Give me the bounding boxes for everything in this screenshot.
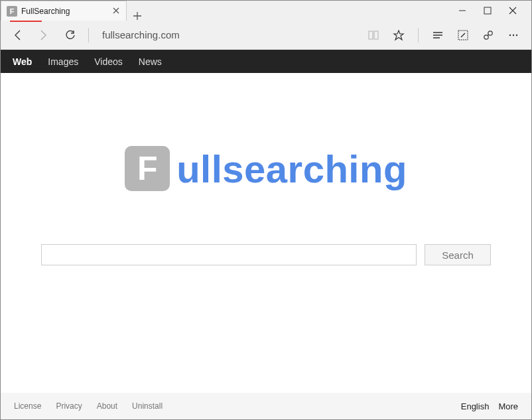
- nav-item-images[interactable]: Images: [48, 56, 78, 67]
- refresh-button[interactable]: [62, 27, 79, 44]
- window-controls: [448, 1, 531, 21]
- toolbar-right: [365, 27, 522, 44]
- site-navbar: Web Images Videos News: [1, 50, 531, 73]
- footer-language[interactable]: English: [461, 401, 490, 411]
- logo-text: ullsearching: [176, 147, 407, 191]
- browser-tabs: F FullSearching: [1, 1, 148, 21]
- svg-point-8: [516, 34, 517, 35]
- svg-point-7: [513, 34, 514, 35]
- share-icon[interactable]: [480, 27, 497, 44]
- page-content: F ullsearching Search License Privacy Ab…: [1, 73, 531, 419]
- svg-rect-0: [484, 7, 491, 14]
- toolbar-divider: [418, 28, 419, 42]
- nav-item-web[interactable]: Web: [13, 56, 32, 67]
- footer-right: English More: [461, 401, 518, 411]
- reading-view-icon[interactable]: [365, 27, 382, 44]
- new-tab-button[interactable]: [127, 11, 148, 21]
- back-button[interactable]: [10, 27, 27, 44]
- search-input[interactable]: [41, 244, 417, 265]
- footer-link-privacy[interactable]: Privacy: [56, 401, 82, 411]
- loading-indicator: [10, 21, 42, 22]
- maximize-button[interactable]: [480, 3, 496, 19]
- forward-button[interactable]: [34, 27, 51, 44]
- svg-rect-1: [369, 31, 373, 39]
- footer-link-about[interactable]: About: [97, 401, 117, 411]
- tab-favicon-letter: F: [10, 7, 15, 15]
- search-row: Search: [41, 244, 491, 265]
- favorite-icon[interactable]: [390, 27, 407, 44]
- close-icon[interactable]: [111, 5, 121, 17]
- webnote-icon[interactable]: [454, 27, 472, 44]
- svg-rect-2: [374, 31, 378, 39]
- more-icon[interactable]: [505, 27, 522, 44]
- address-bar[interactable]: fullsearching.com: [98, 27, 358, 43]
- footer-link-license[interactable]: License: [14, 401, 41, 411]
- footer-more[interactable]: More: [498, 401, 518, 411]
- footer-link-uninstall[interactable]: Uninstall: [132, 401, 163, 411]
- browser-tab[interactable]: F FullSearching: [1, 1, 127, 21]
- toolbar-divider: [88, 28, 89, 42]
- hub-icon[interactable]: [429, 27, 446, 44]
- site-footer: License Privacy About Uninstall English …: [1, 393, 531, 419]
- close-window-button[interactable]: [505, 3, 521, 19]
- browser-toolbar: fullsearching.com: [1, 21, 531, 50]
- logo-box-letter: F: [137, 152, 158, 185]
- search-button[interactable]: Search: [425, 244, 491, 265]
- site-logo: F ullsearching: [125, 146, 407, 191]
- nav-item-news[interactable]: News: [139, 56, 162, 67]
- browser-titlebar: F FullSearching: [1, 1, 531, 21]
- minimize-button[interactable]: [454, 3, 470, 19]
- logo-box-icon: F: [125, 146, 170, 191]
- tab-favicon: F: [7, 6, 17, 17]
- footer-left: License Privacy About Uninstall: [14, 401, 163, 411]
- nav-item-videos[interactable]: Videos: [94, 56, 123, 67]
- svg-point-6: [509, 34, 511, 35]
- url-text: fullsearching.com: [102, 29, 180, 40]
- tab-title: FullSearching: [21, 7, 107, 16]
